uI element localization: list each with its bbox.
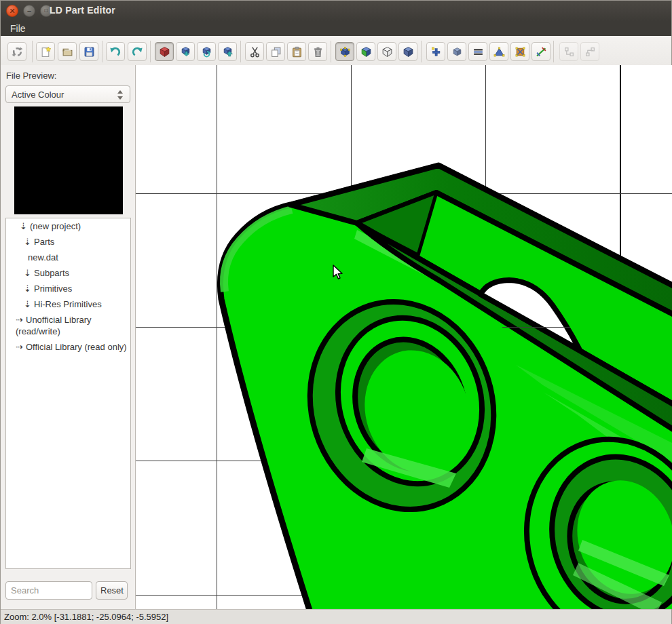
cube-refresh-button[interactable] <box>197 42 216 61</box>
active-colour-value: Active Colour <box>12 90 64 100</box>
tree-item-official-library[interactable]: ⇢Official Library (read only) <box>6 339 130 355</box>
toolbar-separator <box>421 41 422 62</box>
sync-icon <box>12 46 23 58</box>
window-title: LD Part Editor <box>50 5 115 16</box>
expand-right-icon[interactable]: ⇢ <box>16 341 26 353</box>
save-button[interactable] <box>79 42 98 61</box>
vertex-split-icon <box>584 46 596 58</box>
zoom-status: Zoom: 2.0% [-31.1881; -25.0964; -5.5952] <box>4 612 168 622</box>
redo-button[interactable] <box>128 42 147 61</box>
title-bar: ✕ – □ LD Part Editor <box>1 1 671 22</box>
spinner-arrows-icon[interactable] <box>117 90 124 100</box>
search-input[interactable] <box>5 581 92 600</box>
undo-button[interactable] <box>106 42 125 61</box>
redo-icon <box>131 45 143 58</box>
reset-button[interactable]: Reset <box>96 581 128 600</box>
cube-upload-icon <box>222 46 234 58</box>
open-folder-icon <box>62 46 73 58</box>
cube-wireframe-icon <box>381 46 393 58</box>
add-condline-icon <box>536 46 547 58</box>
undo-icon <box>109 45 122 58</box>
tree-item-primitives[interactable]: ⇣Primitives <box>6 281 130 296</box>
toolbar-separator <box>32 41 33 62</box>
part-render-canvas <box>136 65 672 609</box>
add-triangle-button[interactable] <box>489 42 508 61</box>
tree-item-hires-primitives[interactable]: ⇣Hi-Res Primitives <box>6 296 130 312</box>
cube-refresh-icon <box>201 46 212 58</box>
cut-button[interactable] <box>245 42 264 61</box>
vertex-merge-button[interactable] <box>559 42 578 61</box>
tree-item-label: Official Library (read only) <box>26 342 127 352</box>
vertex-split-button[interactable] <box>580 42 599 61</box>
menu-bar: File <box>1 21 671 36</box>
toolbar-separator <box>102 41 102 62</box>
file-preview-label: File Preview: <box>6 71 56 81</box>
toolbar <box>1 36 671 66</box>
expand-down-icon[interactable]: ⇣ <box>24 298 34 310</box>
paste-icon <box>291 46 303 58</box>
active-colour-select[interactable]: Active Colour <box>5 85 130 103</box>
cut-icon <box>249 46 261 58</box>
cube-download-icon <box>180 46 191 58</box>
tree-item-label: new.dat <box>28 252 58 262</box>
status-bar: Zoom: 2.0% [-31.1881; -25.0964; -5.5952] <box>1 609 671 624</box>
cube-solid-button[interactable] <box>398 42 417 61</box>
minimize-button[interactable]: – <box>23 5 35 17</box>
open-button[interactable] <box>58 42 77 61</box>
project-tree: ⇣(new project) ⇣Parts new.dat ⇣Subparts … <box>5 218 131 569</box>
tree-item-parts[interactable]: ⇣Parts <box>6 234 130 250</box>
toolbar-separator <box>240 41 241 62</box>
delete-icon <box>312 46 324 58</box>
tree-item-label: Parts <box>34 237 54 247</box>
tree-item-label: Unofficial Library (read/write) <box>16 315 92 336</box>
tree-item-new-dat[interactable]: new.dat <box>6 250 130 265</box>
add-vertex-button[interactable] <box>426 42 445 61</box>
add-subpart-icon <box>451 46 463 58</box>
cube-green-face-icon <box>360 46 372 58</box>
red-shield-cube-button[interactable] <box>155 42 174 61</box>
sync-button[interactable] <box>7 42 26 61</box>
tree-item-label: (new project) <box>30 221 81 231</box>
tree-item-label: Hi-Res Primitives <box>34 299 102 309</box>
expand-down-icon[interactable]: ⇣ <box>24 283 34 294</box>
cube-solid-icon <box>403 46 414 58</box>
cube-wireframe-button[interactable] <box>377 42 396 61</box>
expand-down-icon[interactable]: ⇣ <box>24 267 34 279</box>
add-quad-button[interactable] <box>510 42 529 61</box>
paste-button[interactable] <box>287 42 306 61</box>
tree-item-unofficial-library[interactable]: ⇢Unofficial Library (read/write) <box>6 312 130 339</box>
toolbar-separator <box>150 41 151 62</box>
delete-button[interactable] <box>308 42 327 61</box>
toolbar-separator <box>553 41 554 62</box>
cube-vertices-icon <box>339 46 351 58</box>
tree-item-label: Subparts <box>34 268 69 278</box>
cube-green-face-button[interactable] <box>356 42 375 61</box>
copy-icon <box>270 46 282 58</box>
add-condline-button[interactable] <box>531 42 550 61</box>
vertex-merge-icon <box>563 46 575 58</box>
cube-vertices-button[interactable] <box>335 42 354 61</box>
red-shield-cube-icon <box>159 46 170 58</box>
3d-viewport[interactable] <box>136 65 672 609</box>
add-line-button[interactable] <box>468 42 487 61</box>
technic-beam-part <box>220 165 672 609</box>
save-icon <box>83 46 95 58</box>
expand-right-icon[interactable]: ⇢ <box>16 314 26 326</box>
cube-download-button[interactable] <box>176 42 195 61</box>
tree-item-new-project[interactable]: ⇣(new project) <box>6 218 130 234</box>
toolbar-separator <box>331 41 331 62</box>
add-subpart-button[interactable] <box>447 42 466 61</box>
sidebar: File Preview: Active Colour ⇣(new projec… <box>1 65 136 609</box>
tree-item-label: Primitives <box>34 284 72 294</box>
menu-file[interactable]: File <box>6 22 30 35</box>
expand-down-icon[interactable]: ⇣ <box>20 220 30 232</box>
file-preview-canvas[interactable] <box>14 106 123 214</box>
expand-down-icon[interactable]: ⇣ <box>24 236 34 248</box>
copy-button[interactable] <box>266 42 285 61</box>
new-file-icon <box>40 46 52 58</box>
add-line-icon <box>472 46 484 58</box>
new-file-button[interactable] <box>36 42 55 61</box>
cube-upload-button[interactable] <box>218 42 237 61</box>
close-button[interactable]: ✕ <box>6 5 18 17</box>
tree-item-subparts[interactable]: ⇣Subparts <box>6 265 130 281</box>
